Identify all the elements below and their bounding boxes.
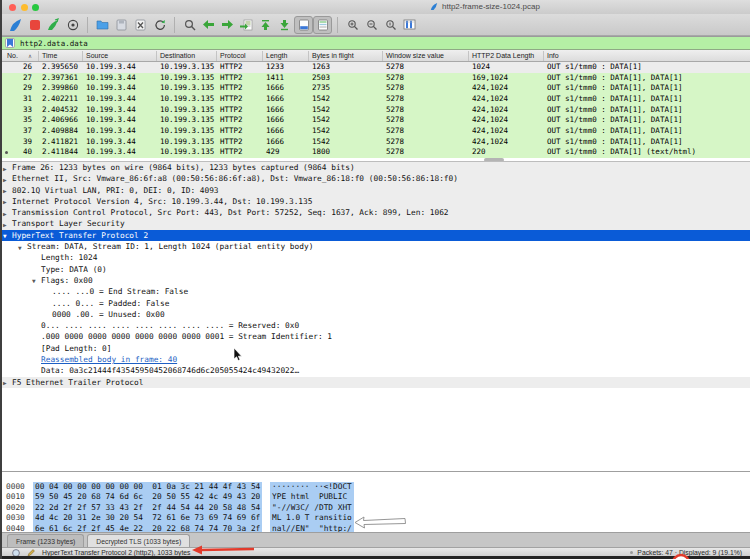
- column-separator[interactable]: [38, 51, 39, 61]
- column-separator[interactable]: [382, 51, 383, 61]
- column-header-no-[interactable]: No.: [7, 52, 18, 59]
- detail-row[interactable]: ▶F5 Ethernet Trailer Protocol: [2, 377, 750, 388]
- start-capture-button[interactable]: [6, 16, 25, 34]
- restart-capture-button[interactable]: [44, 16, 63, 34]
- column-header-source[interactable]: Source: [86, 52, 108, 59]
- go-forward-button[interactable]: [218, 16, 237, 34]
- detail-row[interactable]: ▶Internet Protocol Version 4, Src: 10.19…: [2, 196, 750, 207]
- go-last-button[interactable]: [275, 16, 294, 34]
- detail-row[interactable]: 0000 .00. = Unused: 0x00: [2, 309, 750, 320]
- hex-bytes-selected[interactable]: 59 50 45 20 68 74 6d 6c 20 50 55 42 4c 4…: [33, 492, 262, 502]
- ascii-bytes-selected[interactable]: "-//W3C/ /DTD XHT: [270, 503, 354, 513]
- detail-row[interactable]: 0... .... .... .... .... .... .... .... …: [2, 320, 750, 331]
- column-header-length[interactable]: Length: [266, 52, 287, 59]
- go-back-button[interactable]: [199, 16, 218, 34]
- hex-bytes-selected[interactable]: 22 2d 2f 2f 57 33 43 2f 2f 44 54 44 20 5…: [33, 503, 262, 513]
- detail-row[interactable]: Reassembled body in frame: 40: [2, 354, 750, 365]
- detail-row[interactable]: Length: 1024: [2, 252, 750, 263]
- column-header-time[interactable]: Time: [42, 52, 57, 59]
- zoom-out-button[interactable]: [362, 16, 381, 34]
- resize-columns-button[interactable]: [400, 16, 419, 34]
- expand-arrow-icon[interactable]: ▶: [3, 377, 7, 388]
- filter-bookmark-icon[interactable]: [5, 38, 15, 48]
- column-separator[interactable]: [216, 51, 217, 61]
- go-first-button[interactable]: [256, 16, 275, 34]
- hex-bytes-selected[interactable]: 00 04 00 00 00 00 00 00 01 0a 3c 21 44 4…: [33, 482, 262, 492]
- detail-row[interactable]: ▶802.1Q Virtual LAN, PRI: 0, DEI: 0, ID:…: [2, 185, 750, 196]
- find-packet-button[interactable]: [180, 16, 199, 34]
- colorize-button[interactable]: [313, 16, 332, 34]
- ascii-bytes-selected[interactable]: YPE html PUBLIC: [270, 492, 354, 502]
- hex-row-0010[interactable]: 001059 50 45 20 68 74 6d 6c 20 50 55 42 …: [2, 492, 750, 502]
- stop-capture-button[interactable]: [25, 16, 44, 34]
- ascii-bytes-selected[interactable]: ML 1.0 T ransitio: [270, 513, 354, 523]
- column-header-http2-data-length[interactable]: HTTP2 Data Length: [472, 52, 534, 59]
- column-separator[interactable]: [308, 51, 309, 61]
- column-separator[interactable]: [82, 51, 83, 61]
- detail-row[interactable]: ▼Stream: DATA, Stream ID: 1, Length 1024…: [2, 241, 750, 252]
- column-separator[interactable]: [262, 51, 263, 61]
- expand-arrow-icon[interactable]: ▶: [3, 163, 7, 174]
- expand-arrow-icon[interactable]: ▶: [3, 219, 7, 230]
- packet-row-33[interactable]: 332.40453210.199.3.4410.199.3.135HTTP216…: [2, 105, 750, 116]
- zoom-reset-button[interactable]: [381, 16, 400, 34]
- capture-options-button[interactable]: [63, 16, 82, 34]
- collapse-arrow-icon[interactable]: ▼: [32, 275, 36, 286]
- hex-row-0000[interactable]: 000000 04 00 00 00 00 00 00 01 0a 3c 21 …: [2, 482, 750, 492]
- hex-row-0020[interactable]: 002022 2d 2f 2f 57 33 43 2f 2f 44 54 44 …: [2, 503, 750, 513]
- detail-row[interactable]: Type: DATA (0): [2, 264, 750, 275]
- byte-view-tab-decrypted-tls[interactable]: Decrypted TLS (1033 bytes): [87, 534, 190, 547]
- detail-row[interactable]: .... 0... = Padded: False: [2, 298, 750, 309]
- column-header-window-size-value[interactable]: Window size value: [386, 52, 444, 59]
- packet-row-35[interactable]: 352.40696610.199.3.4410.199.3.135HTTP216…: [2, 115, 750, 126]
- column-separator[interactable]: [468, 51, 469, 61]
- byte-view-tab-frame[interactable]: Frame (1233 bytes): [7, 534, 84, 547]
- column-header-destination[interactable]: Destination: [160, 52, 195, 59]
- ascii-bytes-selected[interactable]: ········ ··<!DOCT: [270, 482, 354, 492]
- packet-row-40[interactable]: 402.41184410.199.3.4410.199.3.135HTTP242…: [2, 147, 750, 158]
- save-file-button[interactable]: [112, 16, 131, 34]
- hex-bytes-selected[interactable]: 4d 4c 20 31 2e 30 20 54 72 61 6e 73 69 7…: [33, 513, 262, 523]
- detail-row[interactable]: .... ...0 = End Stream: False: [2, 286, 750, 297]
- detail-row[interactable]: Data: 0a3c21444f43545950452068746d6c2050…: [2, 365, 750, 376]
- detail-row[interactable]: .000 0000 0000 0000 0000 0000 0000 0001 …: [2, 331, 750, 342]
- column-header-protocol[interactable]: Protocol: [220, 52, 246, 59]
- hex-row-0030[interactable]: 00304d 4c 20 31 2e 30 20 54 72 61 6e 73 …: [2, 513, 750, 523]
- display-filter-input[interactable]: http2.data.data: [20, 39, 88, 48]
- packet-row-39[interactable]: 392.41182110.199.3.4410.199.3.135HTTP216…: [2, 137, 750, 148]
- close-file-button[interactable]: [131, 16, 150, 34]
- expand-arrow-icon[interactable]: ▶: [3, 185, 7, 196]
- column-separator[interactable]: [543, 51, 544, 61]
- minimize-window-button[interactable]: [21, 4, 28, 11]
- expand-arrow-icon[interactable]: ▶: [3, 196, 7, 207]
- column-header-bytes-in-flight[interactable]: Bytes in flight: [312, 52, 354, 59]
- close-window-button[interactable]: [9, 4, 16, 11]
- packet-row-29[interactable]: 292.39986010.199.3.4410.199.3.135HTTP216…: [2, 83, 750, 94]
- detail-row[interactable]: ▶Transport Layer Security: [2, 218, 750, 229]
- packet-row-26[interactable]: 262.39565010.199.3.4410.199.3.135HTTP212…: [2, 62, 750, 73]
- packet-row-37[interactable]: 372.40988410.199.3.4410.199.3.135HTTP216…: [2, 126, 750, 137]
- collapse-arrow-icon[interactable]: ▼: [3, 230, 7, 241]
- detail-row[interactable]: ▼Flags: 0x00: [2, 275, 750, 286]
- reassembled-body-link[interactable]: Reassembled body in frame: 40: [41, 354, 177, 365]
- detail-row[interactable]: [Pad Length: 0]: [2, 343, 750, 354]
- auto-scroll-button[interactable]: [294, 16, 313, 34]
- display-filter-bar[interactable]: http2.data.data: [2, 36, 750, 50]
- expand-arrow-icon[interactable]: ▶: [3, 208, 7, 219]
- detail-row[interactable]: ▼HyperText Transfer Protocol 2: [2, 230, 750, 241]
- column-separator[interactable]: [156, 51, 157, 61]
- zoom-window-button[interactable]: [32, 4, 39, 11]
- go-to-packet-button[interactable]: [237, 16, 256, 34]
- zoom-in-button[interactable]: [343, 16, 362, 34]
- open-file-button[interactable]: [93, 16, 112, 34]
- packet-row-31[interactable]: 312.40221110.199.3.4410.199.3.135HTTP216…: [2, 94, 750, 105]
- reload-button[interactable]: [150, 16, 169, 34]
- detail-row[interactable]: ▶Ethernet II, Src: Vmware_86:6f:a8 (00:5…: [2, 173, 750, 184]
- packet-row-27[interactable]: 272.39736110.199.3.4410.199.3.135HTTP214…: [2, 73, 750, 84]
- collapse-arrow-icon[interactable]: ▼: [18, 242, 22, 253]
- detail-row[interactable]: ▶Frame 26: 1233 bytes on wire (9864 bits…: [2, 162, 750, 173]
- expand-arrow-icon[interactable]: ▶: [3, 174, 7, 185]
- column-header-info[interactable]: Info: [547, 52, 559, 59]
- packet-list-header[interactable]: No.∧TimeSourceDestinationProtocolLengthB…: [2, 50, 750, 62]
- detail-row[interactable]: ▶Transmission Control Protocol, Src Port…: [2, 207, 750, 218]
